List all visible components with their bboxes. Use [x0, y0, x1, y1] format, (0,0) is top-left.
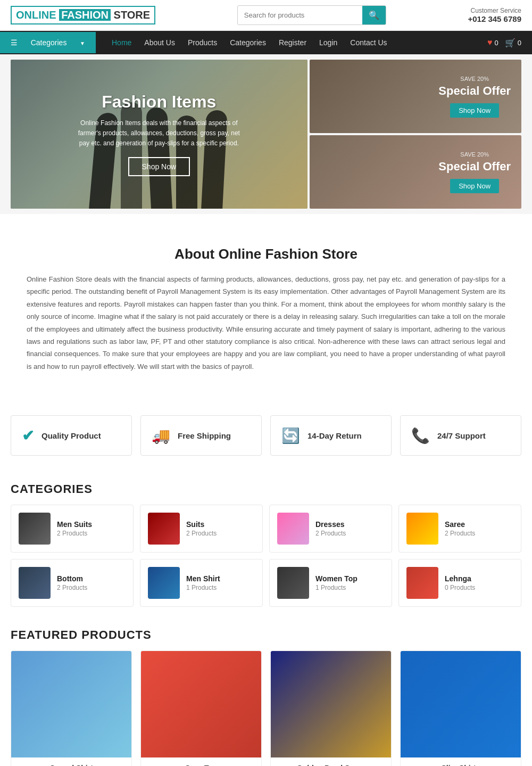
category-info-6: Women Top 1 Products: [315, 574, 358, 591]
support-icon: [411, 426, 430, 444]
category-card-3[interactable]: Saree 2 Products: [398, 505, 521, 553]
hero-description: Online Fashion Items deals with the fina…: [74, 118, 244, 149]
feature-support: 24/7 Support: [400, 415, 521, 456]
hero-card-2-content: SAVE 20% Special Offer Shop Now: [438, 151, 511, 193]
navbar: Categories Home About Us Products Catego…: [0, 31, 532, 54]
hero-card-1-title: Special Offer: [438, 84, 511, 98]
about-section: About Online Fashion Store Online Fashio…: [0, 225, 532, 394]
categories-title: CATEGORIES: [11, 482, 521, 496]
category-count-5: 1 Products: [186, 584, 217, 591]
category-info-4: Bottom 2 Products: [57, 574, 87, 591]
category-card-0[interactable]: Men Suits 2 Products: [11, 505, 134, 553]
product-info-0: Casual Shirt ₹ 8000 ₹8000 View Details: [11, 757, 131, 766]
category-img-2: [277, 513, 309, 545]
hero-right-cards: SAVE 20% Special Offer Shop Now SAVE 20%…: [310, 60, 521, 209]
category-info-7: Lehnga 0 Products: [445, 574, 475, 591]
product-info-3: Slim Shirts ₹ 1400 ₹1400 View Details: [401, 757, 521, 766]
nav-categories[interactable]: Categories: [225, 31, 271, 54]
hero-card-2-button[interactable]: Shop Now: [450, 179, 499, 193]
cart-count: 0: [518, 39, 521, 47]
feature-shipping-label: Free Shipping: [178, 431, 231, 440]
category-name-2: Dresses: [315, 520, 346, 529]
search-input[interactable]: [238, 7, 362, 23]
nav-contact[interactable]: Contact Us: [345, 31, 392, 54]
category-card-6[interactable]: Women Top 1 Products: [269, 559, 392, 607]
cart-button[interactable]: 0: [505, 38, 521, 48]
categories-section: CATEGORIES Men Suits 2 Products Suits 2 …: [0, 472, 532, 617]
category-card-7[interactable]: Lehnga 0 Products: [398, 559, 521, 607]
category-info-1: Suits 2 Products: [186, 520, 217, 537]
about-text: Online Fashion Store deals with the fina…: [27, 273, 505, 373]
category-card-2[interactable]: Dresses 2 Products: [269, 505, 392, 553]
hamburger-icon: [11, 38, 18, 47]
hero-card-2-title: Special Offer: [438, 160, 511, 174]
category-name-7: Lehnga: [445, 574, 475, 583]
category-name-4: Bottom: [57, 574, 87, 583]
heart-icon: [487, 38, 493, 47]
logo[interactable]: ONLINE FASHION STORE: [11, 6, 155, 24]
product-img-1: [141, 651, 261, 757]
wishlist-button[interactable]: 0: [487, 38, 498, 47]
hero-card-1-content: SAVE 20% Special Offer Shop Now: [438, 76, 511, 118]
product-card-0: Casual Shirt ₹ 8000 ₹8000 View Details: [11, 650, 132, 766]
nav-icons: 0 0: [477, 38, 532, 48]
nav-home[interactable]: Home: [106, 31, 137, 54]
category-img-5: [148, 567, 180, 599]
category-card-1[interactable]: Suits 2 Products: [140, 505, 263, 553]
nav-register[interactable]: Register: [273, 31, 312, 54]
categories-label: Categories: [31, 38, 67, 47]
category-img-7: [406, 567, 438, 599]
hero-card-1-button[interactable]: Shop Now: [450, 103, 499, 118]
product-card-3: Slim Shirts ₹ 1400 ₹1400 View Details: [400, 650, 521, 766]
nav-login[interactable]: Login: [314, 31, 343, 54]
customer-service: Customer Service +012 345 6789: [468, 7, 521, 23]
hero-title: Fashion Items: [74, 92, 244, 112]
category-info-2: Dresses 2 Products: [315, 520, 346, 537]
featured-section: FEATURED PRODUCTS Casual Shirt ₹ 8000 ₹8…: [0, 617, 532, 766]
feature-support-label: 24/7 Support: [437, 431, 486, 440]
wishlist-count: 0: [495, 39, 498, 47]
category-img-3: [406, 513, 438, 545]
nav-links: Home About Us Products Categories Regist…: [96, 31, 477, 54]
category-name-0: Men Suits: [57, 520, 92, 529]
hero-main-banner: Fashion Items Online Fashion Items deals…: [11, 60, 307, 209]
check-icon: [22, 426, 34, 444]
featured-title: FEATURED PRODUCTS: [11, 628, 521, 642]
product-info-2: Golden Pearl Saree ₹ 1800 ₹1800 View Det…: [271, 757, 391, 766]
product-img-2: [271, 651, 391, 757]
hero-card-1: SAVE 20% Special Offer Shop Now: [310, 60, 521, 133]
search-bar: [237, 5, 386, 25]
category-card-4[interactable]: Bottom 2 Products: [11, 559, 134, 607]
categories-menu[interactable]: Categories: [0, 32, 96, 53]
feature-return-label: 14-Day Return: [307, 431, 362, 440]
category-count-4: 2 Products: [57, 584, 87, 591]
logo-fashion: FASHION: [59, 9, 111, 21]
category-info-0: Men Suits 2 Products: [57, 520, 92, 537]
product-name-0: Casual Shirt: [18, 764, 125, 766]
return-icon: [281, 426, 300, 444]
hero-card-1-save: SAVE 20%: [438, 76, 511, 82]
category-img-1: [148, 513, 180, 545]
category-info-5: Men Shirt 1 Products: [186, 574, 220, 591]
category-info-3: Saree 2 Products: [445, 520, 475, 537]
feature-return: 14-Day Return: [270, 415, 392, 456]
cart-icon: [505, 38, 516, 48]
product-card-2: Golden Pearl Saree ₹ 1800 ₹1800 View Det…: [270, 650, 392, 766]
product-card-1: Crop Top ₹ 2200 ₹2200 View Details: [140, 650, 262, 766]
search-button[interactable]: [362, 6, 386, 24]
chevron-down-icon: [80, 38, 85, 47]
nav-products[interactable]: Products: [182, 31, 222, 54]
category-count-6: 1 Products: [315, 584, 346, 591]
features-section: Quality Product Free Shipping 14-Day Ret…: [0, 405, 532, 472]
feature-quality: Quality Product: [11, 415, 132, 456]
search-icon: [369, 11, 379, 20]
nav-about[interactable]: About Us: [139, 31, 180, 54]
hero-content: Fashion Items Online Fashion Items deals…: [63, 81, 255, 187]
category-card-5[interactable]: Men Shirt 1 Products: [140, 559, 263, 607]
hero-shop-now-button[interactable]: Shop Now: [128, 157, 190, 176]
hero-card-2-save: SAVE 20%: [438, 151, 511, 158]
products-grid: Casual Shirt ₹ 8000 ₹8000 View Details C…: [11, 650, 521, 766]
category-img-4: [19, 567, 51, 599]
category-img-0: [19, 513, 51, 545]
category-name-3: Saree: [445, 520, 475, 529]
